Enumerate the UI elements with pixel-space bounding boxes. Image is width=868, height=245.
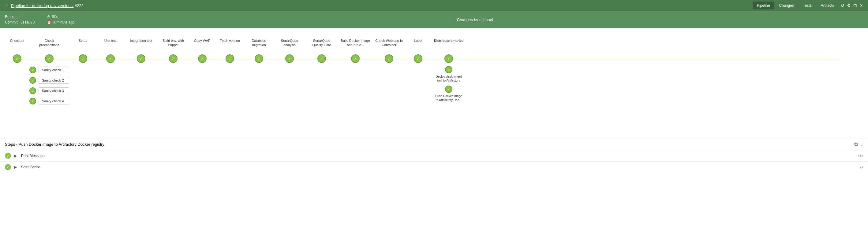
stage-label[interactable]: Label ✓ (406, 55, 430, 63)
push-docker-item[interactable]: ✓ Push Docker image to Artifactory Doc..… (435, 85, 462, 102)
stage-label-database-migration: Database migration (245, 38, 273, 47)
sanity-circle-3: ✓ (29, 88, 36, 94)
stage-label-label: Label (404, 38, 432, 43)
step-expand-print-message[interactable]: ▶ (14, 154, 17, 158)
stage-label-setup: Setup (69, 38, 97, 43)
step-check-print-message: ✓ (5, 153, 11, 159)
changes-by-text: Changes by michael (457, 18, 493, 22)
stage-label-check-preconditions: Checkpreconditions (32, 38, 66, 47)
stage-build-docker[interactable]: Build Docker image and run c... ✓ (339, 55, 372, 63)
sanity-box-3: Sanity check 3 (38, 88, 69, 94)
deploy-artifactory-item[interactable]: ✓ Deploy deployment unit to Artifactory (435, 66, 462, 82)
stage-circle-unit-test: ✓ (106, 55, 115, 63)
refresh-icon[interactable]: ↺ (841, 3, 844, 8)
stage-build-env[interactable]: Build env. with Puppet ✓ (158, 55, 189, 63)
stage-label-integration-test: Integration test (127, 38, 155, 43)
deploy-artifactory-circle: ✓ (445, 66, 452, 73)
stage-circle-database-migration: ✓ (255, 55, 263, 63)
sanity-circle-2: ✓ (29, 77, 36, 84)
stage-copy-war[interactable]: Copy WAR ✓ (189, 55, 216, 63)
stage-check-webapp[interactable]: Check Web app in Container ✓ (372, 55, 406, 63)
nav-tests[interactable]: Tests (799, 2, 816, 9)
sanity-box-4: Sanity check 4 (38, 98, 69, 104)
stage-label-copy-war: Copy WAR (189, 38, 216, 43)
sanity-box-2: Sanity check 2 (38, 77, 69, 84)
steps-title: Steps - Push Docker image to Artifactory… (5, 142, 104, 147)
sanity-box-1: Sanity check 1 (38, 67, 69, 73)
deploy-artifactory-label: Deploy deployment unit to Artifactory (435, 74, 462, 82)
step-time-print-message: <1s (858, 154, 863, 158)
stage-label-sonarqube-quality: SonarQube Quality Gate (308, 38, 336, 47)
commit-label: Commit: (5, 20, 19, 25)
pipeline-area: Checkout ✓ Checkpreconditions ✓ ✓ Sanity… (0, 28, 868, 138)
changes-info: Changes by michael (87, 18, 863, 22)
time-ago: a minute ago (53, 20, 74, 25)
nav-changes[interactable]: Changes (775, 2, 798, 9)
header-icons: ↺ ⚙ ⊡ ✕ (841, 3, 863, 8)
push-docker-circle: ✓ (445, 85, 452, 93)
stage-circle-fetch-version: ✓ (225, 55, 234, 63)
header-bar: ✓ Pipeline for delivering dev versions. … (0, 0, 868, 11)
branch-value: — (19, 15, 23, 19)
stage-label-fetch-version: Fetch version (216, 38, 244, 43)
nav-artifacts[interactable]: Artifacts (816, 2, 838, 9)
stage-distribute[interactable]: Distribute binaries ✓ ✓ Deploy deploymen… (430, 55, 467, 102)
stage-check-preconditions[interactable]: Checkpreconditions ✓ ✓ Sanity check 1 ✓ (29, 55, 69, 105)
sanity-check-1-item[interactable]: ✓ Sanity check 1 (29, 66, 69, 74)
sanity-check-4-item[interactable]: ✓ Sanity check 4 (29, 97, 69, 105)
stage-sonarqube-quality[interactable]: SonarQube Quality Gate ✓ (305, 55, 339, 63)
stage-circle-setup: ✓ (79, 55, 87, 63)
stage-circle-distribute: ✓ (444, 55, 453, 63)
stage-circle-build-env: ✓ (169, 55, 178, 63)
commit-value: 3e1a073 (21, 20, 35, 25)
stage-circle-label: ✓ (414, 55, 422, 63)
success-icon: ✓ (5, 3, 8, 8)
stage-circle-copy-war: ✓ (198, 55, 207, 63)
nav-pipeline[interactable]: Pipeline (753, 2, 774, 9)
step-time-shell-script: 2s (860, 165, 863, 169)
stage-circle-check-webapp: ✓ (385, 55, 393, 63)
timing-info: 50s ⏰ a minute ago (47, 15, 74, 25)
stage-checkout[interactable]: Checkout ✓ (5, 55, 29, 63)
stage-label-unit-test: Unit test (97, 38, 124, 43)
branch-label: Branch: (5, 15, 18, 19)
stage-label-checkout: Checkout (3, 38, 31, 43)
stage-integration-test[interactable]: Integration test ✓ (124, 55, 158, 63)
stage-circle-checkout: ✓ (13, 55, 22, 63)
stage-fetch-version[interactable]: Fetch version ✓ (216, 55, 244, 63)
stage-label-distribute: Distribute binaries (430, 38, 467, 43)
settings-icon[interactable]: ⚙ (847, 3, 851, 8)
steps-external-icon[interactable]: ⧉ (854, 141, 858, 147)
steps-panel: Steps - Push Docker image to Artifactory… (0, 138, 868, 173)
step-name-shell-script: Shell Script (21, 165, 856, 169)
step-row-print-message[interactable]: ✓ ▶ Print Message <1s (0, 150, 868, 161)
stage-unit-test[interactable]: Unit test ✓ (97, 55, 124, 63)
header-nav: Pipeline Changes Tests Artifacts (753, 2, 838, 9)
branch-info: Branch: — Commit: 3e1a073 (5, 15, 35, 25)
stage-database-migration[interactable]: Database migration ✓ (244, 55, 274, 63)
stage-label-check-webapp: Check Web app in Container (372, 38, 406, 47)
time-icon: ⏰ (47, 20, 52, 25)
stage-label-sonarqube-analysis: SonarQube analysis (276, 38, 303, 47)
step-expand-shell-script[interactable]: ▶ (14, 165, 17, 169)
stage-label-build-docker: Build Docker image and run c... (339, 38, 372, 47)
stage-sonarqube-analysis[interactable]: SonarQube analysis ✓ (274, 55, 305, 63)
steps-download-icon[interactable]: ↓ (861, 141, 863, 147)
step-check-shell-script: ✓ (5, 164, 11, 170)
pipeline-title-link[interactable]: Pipeline for delivering dev versions. (11, 3, 74, 8)
step-row-shell-script[interactable]: ✓ ▶ Shell Script 2s (0, 161, 868, 173)
pipeline-number: #222 (75, 3, 84, 8)
step-name-print-message: Print Message (21, 154, 855, 158)
stage-circle-sonarqube-analysis: ✓ (285, 55, 294, 63)
duration-clock-icon (47, 15, 50, 19)
push-docker-label: Push Docker image to Artifactory Doc... (435, 94, 462, 102)
sanity-check-3-item[interactable]: ✓ Sanity check 3 (29, 87, 69, 95)
close-icon[interactable]: ✕ (860, 3, 863, 8)
external-link-icon[interactable]: ⊡ (853, 3, 857, 8)
stage-setup[interactable]: Setup ✓ (69, 55, 97, 63)
stage-circle-check-preconditions: ✓ (45, 55, 54, 63)
duration-value: 50s (52, 15, 58, 19)
stage-circle-integration-test: ✓ (137, 55, 145, 63)
sanity-check-2-item[interactable]: ✓ Sanity check 2 (29, 76, 69, 84)
stage-label-build-env: Build env. with Puppet (158, 38, 189, 47)
